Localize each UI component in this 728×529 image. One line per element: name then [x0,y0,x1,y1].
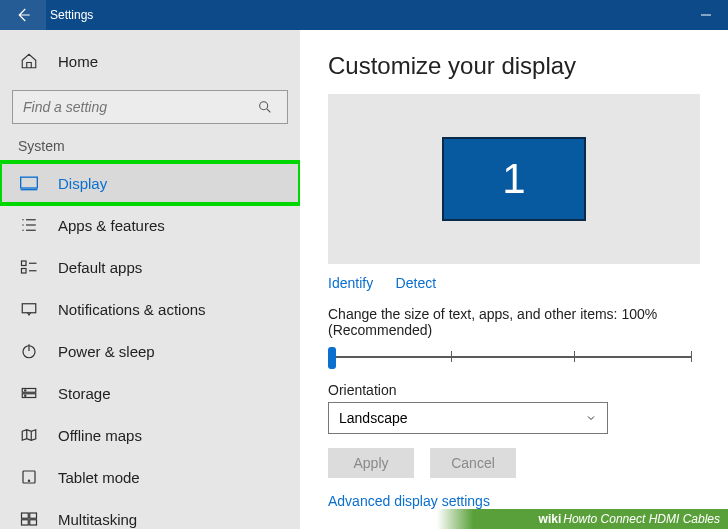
minimize-button[interactable] [684,0,728,30]
monitor-icon [18,175,40,191]
tablet-icon [18,469,40,485]
display-actions: Identify Detect [328,274,700,292]
svg-line-2 [267,109,270,112]
content-area: Home System Display Apps & features Defa… [0,30,728,529]
power-icon [18,342,40,360]
orientation-dropdown[interactable]: Landscape [328,402,608,434]
defaults-icon [18,259,40,275]
sidebar-item-label: Offline maps [58,427,142,444]
sidebar-item-label: Display [58,175,107,192]
button-row: Apply Cancel [328,448,700,478]
advanced-display-settings-link[interactable]: Advanced display settings [328,493,490,509]
chevron-down-icon [585,412,597,424]
back-button[interactable] [0,0,46,30]
sidebar-item-storage[interactable]: Storage [0,372,300,414]
sidebar-item-label: Apps & features [58,217,165,234]
identify-link[interactable]: Identify [328,275,373,291]
arrow-left-icon [14,6,32,24]
monitor-number: 1 [502,155,525,203]
sidebar-item-apps-features[interactable]: Apps & features [0,204,300,246]
watermark-text: to Connect HDMI Cables [587,512,720,526]
home-icon [18,52,40,70]
sidebar-item-label: Power & sleep [58,343,155,360]
sidebar-item-display[interactable]: Display [0,162,300,204]
sidebar-item-label: Tablet mode [58,469,140,486]
svg-rect-11 [22,261,27,266]
sidebar-item-label: Notifications & actions [58,301,206,318]
search-input[interactable] [23,99,253,115]
cancel-button[interactable]: Cancel [430,448,516,478]
map-icon [18,427,40,443]
search-icon [253,99,277,115]
slider-tick [691,351,692,362]
svg-rect-15 [22,304,36,313]
sidebar-item-tablet-mode[interactable]: Tablet mode [0,456,300,498]
svg-rect-3 [21,177,38,188]
sidebar-item-notifications[interactable]: Notifications & actions [0,288,300,330]
watermark-suffix: How [563,512,587,526]
search-input-container[interactable] [12,90,288,124]
scale-label: Change the size of text, apps, and other… [328,306,700,338]
watermark: wikiHow to Connect HDMI Cables [0,509,728,529]
sidebar-item-default-apps[interactable]: Default apps [0,246,300,288]
monitor-1[interactable]: 1 [442,137,586,221]
window-controls [684,0,728,30]
svg-point-1 [260,102,268,110]
main-panel: Customize your display 1 Identify Detect… [300,30,728,529]
svg-point-20 [25,390,26,391]
svg-point-23 [28,480,29,481]
scale-slider[interactable] [328,344,700,372]
apply-button[interactable]: Apply [328,448,414,478]
sidebar-item-power-sleep[interactable]: Power & sleep [0,330,300,372]
orientation-value: Landscape [339,410,408,426]
sidebar-item-offline-maps[interactable]: Offline maps [0,414,300,456]
sidebar-home-label: Home [58,53,98,70]
slider-tick [574,351,575,362]
titlebar: Settings [0,0,728,30]
svg-point-21 [25,395,26,396]
storage-icon [18,385,40,401]
sidebar: Home System Display Apps & features Defa… [0,30,300,529]
notification-icon [18,301,40,317]
minimize-icon [701,10,711,20]
slider-thumb[interactable] [328,347,336,369]
sidebar-home[interactable]: Home [0,40,300,82]
page-title: Customize your display [328,52,700,80]
list-icon [18,217,40,233]
sidebar-item-label: Default apps [58,259,142,276]
display-preview: 1 [328,94,700,264]
svg-rect-13 [22,269,27,274]
window-title: Settings [50,8,93,22]
orientation-label: Orientation [328,382,700,398]
sidebar-item-label: Storage [58,385,111,402]
watermark-brand: wiki [539,512,562,526]
slider-track [328,356,692,358]
detect-link[interactable]: Detect [396,275,436,291]
sidebar-section-label: System [0,134,300,162]
slider-tick [451,351,452,362]
